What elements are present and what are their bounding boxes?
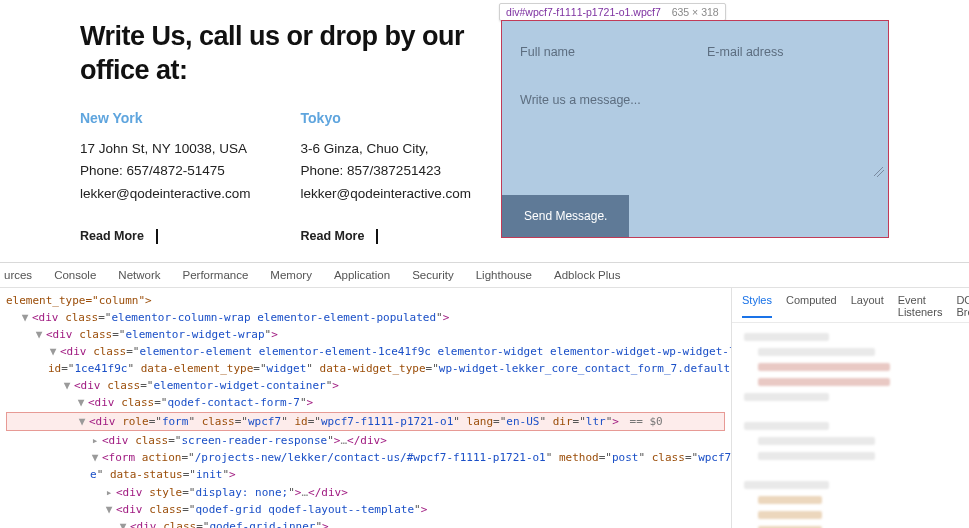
office-phone: Phone: 657/4872-51475 (80, 160, 251, 183)
email-input[interactable]: E-mail adress (707, 37, 870, 67)
page-heading: Write Us, call us or drop by our office … (80, 20, 471, 88)
dom-node[interactable]: element_type="column"> (6, 292, 725, 309)
tab-sources[interactable]: urces (4, 269, 32, 281)
dom-node[interactable]: ▼<div class="elementor-widget-wrap"> (6, 326, 725, 343)
dom-node[interactable]: ▼<div class="qodef-contact-form-7"> (6, 394, 725, 411)
dom-node[interactable]: ▼<div class="elementor-element elementor… (6, 343, 725, 360)
devtools: urces Console Network Performance Memory… (0, 262, 969, 528)
message-textarea[interactable]: Write us a message... (520, 83, 870, 171)
dom-node[interactable]: ▼<form action="/projects-new/lekker/cont… (6, 449, 725, 466)
readmore-link[interactable]: Read More (301, 229, 379, 244)
office-phone: Phone: 857/387251423 (301, 160, 472, 183)
styles-tab-dom[interactable]: DOM Brea (956, 294, 969, 318)
office-email: lekker@qodeinteractive.com (301, 183, 472, 206)
dollar-zero: == $0 (623, 415, 663, 428)
dom-node[interactable]: id="1ce41f9c" data-element_type="widget"… (6, 360, 725, 377)
fullname-input[interactable]: Full name (520, 37, 683, 67)
office-address: 17 John St, NY 10038, USA (80, 138, 251, 161)
devtools-main-tabs: urces Console Network Performance Memory… (0, 263, 969, 288)
send-message-button[interactable]: Send Message. (502, 195, 629, 237)
styles-panel: Styles Computed Layout Event Listeners D… (731, 288, 969, 528)
contact-form-wrapper: div#wpcf7-f1111-p1721-o1.wpcf7 635 × 318… (501, 20, 889, 238)
tab-memory[interactable]: Memory (270, 269, 312, 281)
resize-grip-icon[interactable] (874, 167, 884, 177)
tab-security[interactable]: Security (412, 269, 454, 281)
tab-performance[interactable]: Performance (183, 269, 249, 281)
tooltip-dimensions: 635 × 318 (672, 6, 719, 18)
page-left-column: Write Us, call us or drop by our office … (80, 20, 471, 238)
tooltip-selector: div#wpcf7-f1111-p1721-o1.wpcf7 (506, 6, 661, 18)
office-newyork: New York 17 John St, NY 10038, USA Phone… (80, 110, 251, 245)
message-placeholder: Write us a message... (520, 93, 641, 107)
office-city: New York (80, 110, 251, 126)
dom-node[interactable]: ▼<div class="elementor-widget-container"… (6, 377, 725, 394)
dom-node[interactable]: ▸<div class="screen-reader-response">…</… (6, 432, 725, 449)
tab-network[interactable]: Network (118, 269, 160, 281)
page-preview: Write Us, call us or drop by our office … (0, 0, 969, 262)
dom-node[interactable]: e" data-status="init"> (6, 466, 725, 483)
styles-tab-listeners[interactable]: Event Listeners (898, 294, 943, 318)
tab-adblockplus[interactable]: Adblock Plus (554, 269, 620, 281)
styles-tab-computed[interactable]: Computed (786, 294, 837, 318)
dom-node[interactable]: ▼<div class="elementor-column-wrap eleme… (6, 309, 725, 326)
dom-node-selected[interactable]: ▼<div role="form" class="wpcf7" id="wpcf… (6, 412, 725, 431)
readmore-link[interactable]: Read More (80, 229, 158, 244)
office-tokyo: Tokyo 3-6 Ginza, Chuo City, Phone: 857/3… (301, 110, 472, 245)
tab-application[interactable]: Application (334, 269, 390, 281)
tab-lighthouse[interactable]: Lighthouse (476, 269, 532, 281)
dom-node[interactable]: ▸<div style="display: none;">…</div> (6, 484, 725, 501)
styles-tab-layout[interactable]: Layout (851, 294, 884, 318)
offices: New York 17 John St, NY 10038, USA Phone… (80, 110, 471, 245)
styles-tab-styles[interactable]: Styles (742, 294, 772, 318)
dom-node[interactable]: ▼<div class="qodef-grid qodef-layout--te… (6, 501, 725, 518)
styles-content-blurred (732, 323, 969, 528)
inspected-element-highlight[interactable]: Full name E-mail adress Write us a messa… (501, 20, 889, 238)
elements-dom-tree[interactable]: element_type="column"> ▼<div class="elem… (0, 288, 731, 528)
styles-tabs: Styles Computed Layout Event Listeners D… (732, 288, 969, 323)
office-email: lekker@qodeinteractive.com (80, 183, 251, 206)
dom-node[interactable]: ▼<div class="qodef-grid-inner"> (6, 518, 725, 528)
tab-console[interactable]: Console (54, 269, 96, 281)
office-city: Tokyo (301, 110, 472, 126)
office-address: 3-6 Ginza, Chuo City, (301, 138, 472, 161)
inspector-tooltip: div#wpcf7-f1111-p1721-o1.wpcf7 635 × 318 (499, 3, 726, 21)
